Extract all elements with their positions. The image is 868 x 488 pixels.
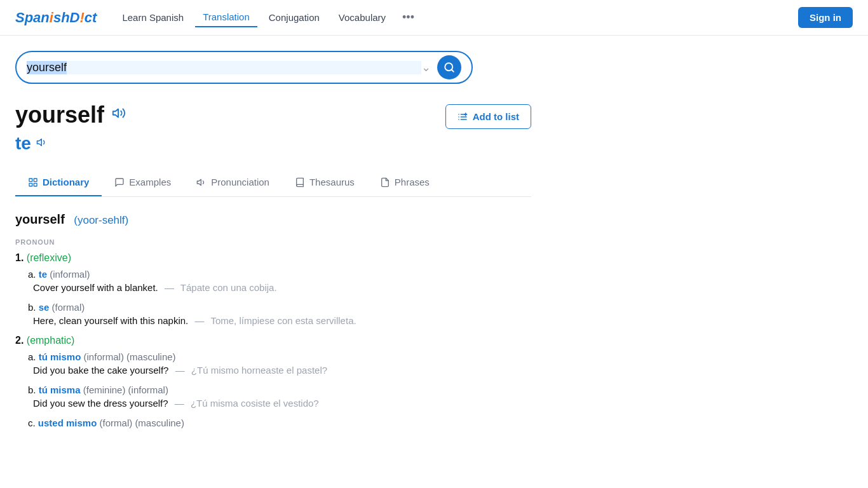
sub-def-term-2a[interactable]: tú mismo (39, 351, 81, 362)
sub-def-label-1a: a. te (informal) (28, 269, 531, 280)
tab-pronunciation[interactable]: Pronunciation (184, 169, 282, 196)
svg-marker-16 (198, 179, 201, 185)
nav-translation[interactable]: Translation (195, 8, 257, 27)
site-logo[interactable]: SpanishD!ct (15, 10, 97, 26)
nav-more-dots[interactable]: ••• (397, 7, 419, 28)
example-en-2a: Did you bake the cake yourself? (33, 365, 168, 376)
tab-thesaurus[interactable]: Thesaurus (282, 169, 367, 196)
entry-word: yourself (15, 212, 65, 226)
definition-number-1: 1. (reflexive) (15, 252, 531, 264)
example-en-1a: Cover yourself with a blanket. (33, 282, 158, 293)
svg-marker-3 (37, 139, 41, 146)
def-num-1: 1. (15, 252, 24, 263)
example-dash-2b: — (175, 398, 184, 409)
part-of-speech: PRONOUN (15, 238, 531, 246)
tabs-bar: Dictionary Examples Pronunciation Thesau… (15, 169, 531, 197)
example-en-1b: Here, clean yourself with this napkin. (33, 315, 188, 326)
tab-pronunciation-label: Pronunciation (211, 177, 269, 187)
sub-def-term-1b[interactable]: se (39, 302, 50, 313)
example-en-2b: Did you sew the dress yourself? (33, 398, 168, 409)
sub-def-1b: b. se (formal) Here, clean yourself with… (28, 302, 531, 326)
example-1a: Cover yourself with a blanket. — Tápate … (33, 282, 531, 293)
nav-vocabulary[interactable]: Vocabulary (331, 8, 393, 27)
def-num-2: 2. (15, 335, 24, 346)
sign-in-button[interactable]: Sign in (798, 7, 853, 28)
sub-def-2c: c. usted mismo (formal) (masculine) (28, 417, 531, 428)
add-to-list-button[interactable]: Add to list (445, 104, 531, 129)
nav-conjugation[interactable]: Conjugation (261, 8, 327, 27)
sub-def-letter-2c: c. (28, 417, 36, 428)
dictionary-icon (28, 177, 38, 187)
search-bar: ⌄ (15, 51, 473, 84)
pronunciation-icon (196, 177, 207, 187)
search-section: ⌄ (0, 36, 546, 84)
sub-def-label-2c: c. usted mismo (formal) (masculine) (28, 417, 531, 428)
search-button[interactable] (437, 55, 461, 79)
sub-def-qualifier-2a: (informal) (masculine) (84, 351, 176, 362)
chevron-down-icon[interactable]: ⌄ (421, 60, 431, 74)
word-title-block: yourself te (15, 102, 126, 154)
sub-def-term-1a[interactable]: te (39, 269, 47, 280)
translation-speaker-icon[interactable] (36, 137, 48, 151)
sub-def-2a: a. tú mismo (informal) (masculine) Did y… (28, 351, 531, 376)
tab-dictionary-label: Dictionary (43, 177, 89, 187)
example-2a: Did you bake the cake yourself? — ¿Tú mi… (33, 365, 531, 376)
word-english: yourself (15, 102, 126, 128)
word-header: yourself te Add to (0, 84, 546, 154)
search-icon (444, 62, 455, 73)
sub-def-term-2c[interactable]: usted mismo (38, 417, 97, 428)
tab-phrases[interactable]: Phrases (367, 169, 442, 196)
svg-marker-2 (113, 109, 118, 118)
sub-def-letter-1a: a. (28, 269, 36, 280)
sub-def-qualifier-1a: (informal) (50, 269, 90, 280)
sub-def-1a: a. te (informal) Cover yourself with a b… (28, 269, 531, 293)
audio-icon (112, 106, 126, 120)
examples-icon (114, 177, 125, 187)
sub-def-label-1b: b. se (formal) (28, 302, 531, 313)
phrases-icon (380, 177, 390, 187)
example-1b: Here, clean yourself with this napkin. —… (33, 315, 531, 326)
tabs-section: Dictionary Examples Pronunciation Thesau… (0, 154, 546, 197)
def-category-1: (reflexive) (27, 252, 71, 263)
search-input[interactable] (27, 61, 421, 74)
sub-def-letter-2b: b. (28, 384, 36, 395)
sub-def-qualifier-2c: (formal) (masculine) (100, 417, 184, 428)
word-english-text: yourself (15, 102, 104, 128)
example-dash-2a: — (175, 365, 185, 376)
sub-def-letter-2a: a. (28, 351, 36, 362)
entry-header: yourself (yoor-sehlf) (15, 212, 531, 227)
nav-links: Learn Spanish Translation Conjugation Vo… (114, 7, 419, 28)
sub-def-label-2b: b. tú misma (feminine) (informal) (28, 384, 531, 395)
example-es-2b: ¿Tú misma cosiste el vestido? (191, 398, 319, 409)
sub-def-qualifier-1b: (formal) (52, 302, 85, 313)
thesaurus-icon (295, 177, 305, 187)
svg-rect-14 (34, 183, 37, 186)
navbar: SpanishD!ct Learn Spanish Translation Co… (0, 0, 868, 36)
tab-examples-label: Examples (129, 177, 171, 187)
tab-dictionary[interactable]: Dictionary (15, 169, 102, 196)
word-speaker-icon[interactable] (112, 106, 126, 124)
word-translation: te (15, 133, 126, 154)
svg-rect-15 (29, 183, 32, 186)
nav-learn-spanish[interactable]: Learn Spanish (114, 8, 191, 27)
tab-examples[interactable]: Examples (102, 169, 184, 196)
example-dash-1b: — (194, 315, 204, 326)
example-es-1a: Tápate con una cobija. (180, 282, 277, 293)
svg-rect-13 (34, 179, 37, 182)
svg-rect-12 (29, 179, 32, 182)
add-list-icon (458, 112, 468, 122)
tab-thesaurus-label: Thesaurus (309, 177, 355, 187)
add-to-list-label: Add to list (473, 111, 519, 122)
sub-def-2b: b. tú misma (feminine) (informal) Did yo… (28, 384, 531, 409)
sub-def-term-2b[interactable]: tú misma (39, 384, 81, 395)
definition-1: 1. (reflexive) a. te (informal) Cover yo… (15, 252, 531, 326)
sub-def-letter-1b: b. (28, 302, 36, 313)
word-translation-text: te (15, 133, 31, 154)
sub-def-label-2a: a. tú mismo (informal) (masculine) (28, 351, 531, 362)
dictionary-content: yourself (yoor-sehlf) PRONOUN 1. (reflex… (0, 197, 546, 452)
def-category-2: (emphatic) (27, 335, 75, 346)
example-dash-1a: — (165, 282, 174, 293)
sub-def-qualifier-2b: (feminine) (informal) (83, 384, 168, 395)
tab-phrases-label: Phrases (395, 177, 430, 187)
example-2b: Did you sew the dress yourself? — ¿Tú mi… (33, 398, 531, 409)
